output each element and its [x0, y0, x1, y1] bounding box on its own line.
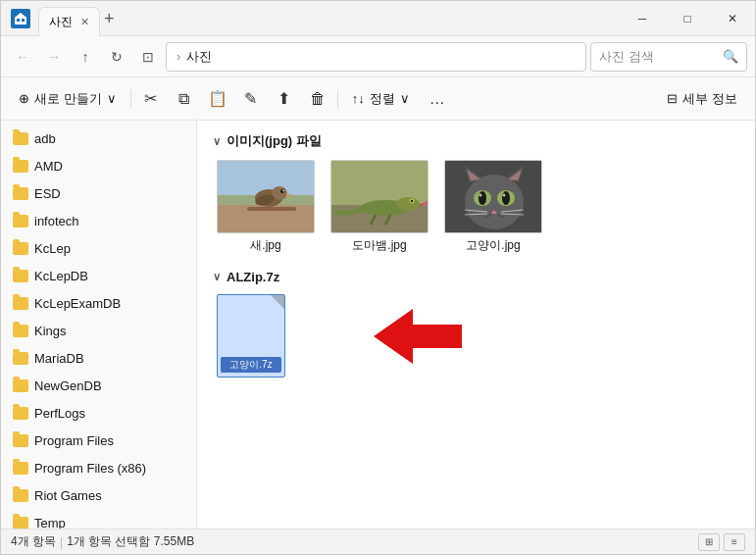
sidebar: adb AMD ESD infotech KcLep KcLepDB	[1, 121, 197, 529]
lizard-file[interactable]: 도마뱀.jpg	[330, 160, 428, 254]
details-label: 세부 정보	[682, 90, 737, 108]
sidebar-item-temp[interactable]: Temp	[1, 509, 196, 529]
sidebar-item-esd[interactable]: ESD	[1, 179, 196, 207]
cat-file[interactable]: 고양이.jpg	[444, 160, 542, 254]
list-view-button[interactable]: ≡	[724, 533, 745, 551]
sidebar-item-newgendb[interactable]: NewGenDB	[1, 372, 196, 399]
jpg-group: ∨ 이미지(jpg) 파일	[213, 132, 739, 254]
new-label: 새로 만들기	[34, 90, 102, 108]
sidebar-item-kclep[interactable]: KcLep	[1, 234, 196, 262]
more-button[interactable]: …	[422, 83, 453, 115]
more-icon: …	[429, 90, 445, 108]
close-button[interactable]: ✕	[710, 1, 755, 36]
7z-group-header[interactable]: ∨ ALZip.7z	[213, 270, 739, 284]
folder-icon	[13, 462, 28, 475]
sidebar-item-perflogs[interactable]: PerfLogs	[1, 399, 196, 427]
sidebar-item-label: Program Files (x86)	[34, 461, 146, 476]
paste-button[interactable]: 📋	[202, 83, 233, 115]
nav-refresh-button[interactable]: ↻	[103, 43, 130, 71]
folder-icon	[13, 434, 28, 447]
svg-rect-3	[17, 19, 20, 22]
cat-thumbnail	[444, 160, 542, 233]
nav-back-button[interactable]: ←	[9, 43, 36, 71]
red-arrow-icon	[315, 297, 472, 376]
active-tab[interactable]: 사진 ✕	[38, 7, 100, 36]
item-count: 4개 항목	[11, 533, 56, 550]
archive-file-label: 고양이.7z	[221, 357, 280, 373]
main-area: adb AMD ESD infotech KcLep KcLepDB	[1, 121, 755, 529]
sidebar-item-kclepexamdb[interactable]: KcLepExamDB	[1, 289, 196, 317]
folder-icon	[13, 489, 28, 502]
svg-rect-4	[22, 19, 25, 22]
window: 사진 ✕ + ─ □ ✕ ← → ↑ ↻ ⊡ › 사진 사진 검색 🔍 ⊕ 새로…	[0, 0, 756, 555]
cat-label: 고양이.jpg	[466, 237, 520, 254]
folder-icon	[13, 270, 28, 282]
selected-info: 1개 항목 선택함 7.55MB	[67, 533, 194, 550]
new-arrow: ∨	[107, 91, 117, 106]
folder-icon	[13, 187, 28, 200]
7z-file[interactable]: 고양이.7z	[217, 294, 285, 378]
jpg-thumbnails: 새.jpg	[213, 160, 739, 254]
7z-group: ∨ ALZip.7z 고양이.7z	[213, 270, 739, 378]
minimize-button[interactable]: ─	[620, 1, 665, 36]
nav-forward-button[interactable]: →	[40, 43, 68, 71]
sidebar-item-adb[interactable]: adb	[1, 125, 196, 152]
svg-point-31	[479, 191, 486, 205]
breadcrumb-sep: ›	[176, 49, 180, 64]
sidebar-item-programfiles[interactable]: Program Files	[1, 427, 196, 454]
sidebar-item-label: PerfLogs	[34, 406, 85, 421]
statusbar: 4개 항목 | 1개 항목 선택함 7.55MB ⊞ ≡	[1, 529, 755, 554]
maximize-button[interactable]: □	[665, 1, 710, 36]
svg-point-13	[282, 190, 284, 192]
copy-icon: ⧉	[178, 90, 189, 108]
sidebar-item-label: KcLep	[34, 241, 71, 256]
svg-point-34	[503, 194, 506, 197]
sidebar-item-mariadb[interactable]: MariaDB	[1, 344, 196, 372]
rename-button[interactable]: ✎	[235, 83, 267, 115]
sidebar-item-kings[interactable]: Kings	[1, 317, 196, 344]
content-area: ∨ 이미지(jpg) 파일	[197, 121, 755, 529]
details-button[interactable]: ⊟ 세부 정보	[657, 83, 747, 115]
7z-group-label: ALZip.7z	[227, 270, 279, 284]
sidebar-item-kclepdb[interactable]: KcLepDB	[1, 262, 196, 289]
folder-icon	[13, 407, 28, 420]
svg-point-22	[411, 200, 413, 202]
sidebar-item-label: Temp	[34, 516, 66, 530]
jpg-group-header[interactable]: ∨ 이미지(jpg) 파일	[213, 132, 739, 150]
sidebar-item-label: KcLepExamDB	[34, 296, 121, 311]
folder-icon	[13, 325, 28, 337]
svg-point-24	[465, 175, 524, 229]
svg-point-18	[396, 197, 420, 211]
new-tab-btn[interactable]: +	[104, 10, 115, 27]
grid-view-button[interactable]: ⊞	[698, 533, 720, 551]
sidebar-item-label: Kings	[34, 324, 67, 338]
bird-label: 새.jpg	[250, 237, 280, 254]
sidebar-item-amd[interactable]: AMD	[1, 152, 196, 179]
archive-icon: 고양이.7z	[217, 294, 285, 378]
sidebar-item-label: Program Files	[34, 433, 114, 448]
breadcrumb[interactable]: › 사진	[166, 42, 586, 72]
rename-icon: ✎	[244, 89, 257, 108]
nav-up-button[interactable]: ↑	[72, 43, 99, 71]
nav-view-button[interactable]: ⊡	[134, 43, 162, 71]
sidebar-item-programfilesx86[interactable]: Program Files (x86)	[1, 454, 196, 481]
new-button[interactable]: ⊕ 새로 만들기 ∨	[9, 83, 126, 115]
search-bar[interactable]: 사진 검색 🔍	[590, 42, 747, 72]
sidebar-item-label: KcLepDB	[34, 269, 88, 283]
tab-close-btn[interactable]: ✕	[80, 16, 89, 28]
folder-icon	[13, 132, 28, 145]
new-icon: ⊕	[19, 91, 29, 106]
share-button[interactable]: ⬆	[269, 83, 300, 115]
sort-arrow: ∨	[400, 91, 410, 106]
sidebar-item-label: adb	[34, 131, 56, 146]
sidebar-item-riotgames[interactable]: Riot Games	[1, 481, 196, 509]
copy-button[interactable]: ⧉	[169, 83, 200, 115]
sort-button[interactable]: ↑↓ 정렬 ∨	[342, 83, 420, 115]
delete-button[interactable]: 🗑	[302, 83, 333, 115]
bird-file[interactable]: 새.jpg	[217, 160, 315, 254]
cut-button[interactable]: ✂	[135, 83, 167, 115]
sidebar-item-infotech[interactable]: infotech	[1, 207, 196, 234]
share-icon: ⬆	[277, 89, 290, 108]
sidebar-item-label: Riot Games	[34, 488, 102, 503]
svg-rect-1	[15, 17, 26, 25]
